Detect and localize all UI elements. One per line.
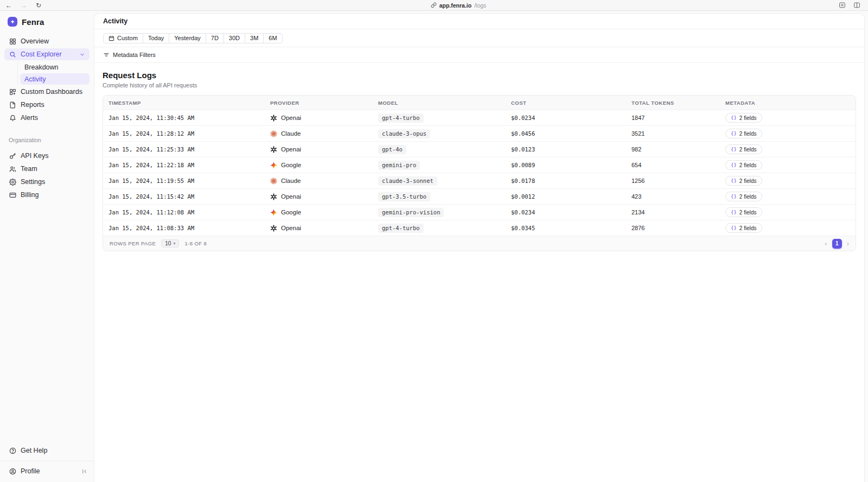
sidebar-item-activity[interactable]: Activity	[20, 73, 90, 85]
sidebar-item-cost-explorer[interactable]: Cost Explorer	[4, 48, 90, 60]
cell-model: gpt-4-turbo	[373, 224, 506, 233]
metadata-fields-button[interactable]: {} 2 fields	[725, 207, 762, 217]
sidebar-item-team[interactable]: Team	[4, 163, 90, 175]
braces-icon: {}	[731, 178, 737, 183]
bell-icon	[9, 115, 16, 122]
brand-name: Fenra	[22, 17, 44, 27]
cell-model: claude-3-sonnet	[373, 176, 506, 186]
range-button-30d[interactable]: 30D	[224, 33, 245, 43]
rows-per-page-select[interactable]: 10 ▾	[161, 239, 179, 248]
braces-icon: {}	[731, 162, 737, 168]
range-button-custom[interactable]: Custom	[103, 33, 143, 43]
sidebar-item-label: Team	[21, 165, 37, 173]
table-row[interactable]: Jan 15, 2024, 11:28:12 AM Claude claude-…	[103, 125, 856, 141]
metadata-fields-button[interactable]: {} 2 fields	[725, 223, 762, 233]
cell-timestamp: Jan 15, 2024, 11:15:42 AM	[103, 193, 265, 200]
chevron-down-icon	[79, 52, 85, 58]
sidebar-item-label: API Keys	[21, 152, 48, 160]
metadata-fields-button[interactable]: {} 2 fields	[725, 113, 762, 123]
next-page-button[interactable]: ›	[847, 240, 849, 247]
sidebar-item-alerts[interactable]: Alerts	[4, 112, 90, 124]
google-gemini-icon	[270, 209, 277, 216]
braces-icon: {}	[731, 194, 737, 199]
provider-icon-slot	[270, 193, 277, 200]
browser-reload-button[interactable]: ↻	[36, 2, 41, 9]
cell-provider: Claude	[265, 130, 373, 137]
provider-label: Openai	[281, 115, 301, 121]
range-button-today[interactable]: Today	[143, 33, 169, 43]
table-row[interactable]: Jan 15, 2024, 11:22:18 AM Google gemini-…	[103, 157, 856, 173]
cost-explorer-subnav: Breakdown Activity	[17, 61, 90, 85]
provider-label: Google	[281, 162, 301, 168]
claude-icon	[270, 177, 277, 185]
sidebar-item-overview[interactable]: Overview	[4, 35, 90, 47]
sidebar-item-api-keys[interactable]: API Keys	[4, 150, 90, 162]
cell-timestamp: Jan 15, 2024, 11:30:45 AM	[103, 115, 265, 121]
braces-icon: {}	[731, 131, 737, 136]
gear-icon	[9, 179, 16, 186]
cell-provider: Claude	[265, 177, 373, 185]
cell-cost: $0.0123	[506, 146, 626, 153]
provider-label: Claude	[281, 177, 301, 184]
cell-timestamp: Jan 15, 2024, 11:22:18 AM	[103, 162, 265, 168]
provider-label: Openai	[281, 225, 301, 231]
sidebar-item-settings[interactable]: Settings	[4, 176, 90, 188]
sidebar-item-custom-dashboards[interactable]: Custom Dashboards	[4, 86, 90, 98]
range-button-6m[interactable]: 6M	[263, 33, 282, 43]
cell-provider: Openai	[265, 146, 373, 153]
filter-icon	[103, 52, 110, 58]
range-button-7d[interactable]: 7D	[206, 33, 224, 43]
table-row[interactable]: Jan 15, 2024, 11:15:42 AM Openai gpt-3.5…	[103, 188, 856, 204]
metadata-fields-label: 2 fields	[739, 131, 757, 137]
braces-icon: {}	[731, 147, 737, 152]
cell-provider: Openai	[265, 193, 373, 200]
browser-forward-button[interactable]: →	[21, 2, 27, 9]
link-icon	[431, 2, 437, 8]
cell-model: gpt-3.5-turbo	[373, 192, 506, 201]
sidebar-item-breakdown[interactable]: Breakdown	[20, 61, 90, 73]
sidebar-item-label: Billing	[21, 191, 39, 199]
metadata-fields-button[interactable]: {} 2 fields	[725, 160, 762, 170]
sidebar-item-get-help[interactable]: Get Help	[4, 445, 90, 456]
credit-card-icon	[9, 192, 16, 199]
page-header: Activity	[94, 14, 864, 29]
table-row[interactable]: Jan 15, 2024, 11:12:08 AM Google gemini-…	[103, 204, 856, 220]
table-row[interactable]: Jan 15, 2024, 11:30:45 AM Openai gpt-4-t…	[103, 110, 856, 125]
sidebar-item-reports[interactable]: Reports	[4, 99, 90, 111]
range-button-3m[interactable]: 3M	[245, 33, 263, 43]
table-row[interactable]: Jan 15, 2024, 11:08:33 AM Openai gpt-4-t…	[103, 220, 856, 236]
brand[interactable]: ✦ Fenra	[0, 11, 94, 32]
calendar-icon	[108, 35, 114, 41]
cell-timestamp: Jan 15, 2024, 11:19:55 AM	[103, 177, 265, 184]
reader-view-icon[interactable]	[839, 2, 846, 9]
url-bar[interactable]: app.fenra.io/logs	[108, 2, 808, 9]
sidebar-item-profile[interactable]: Profile	[4, 465, 81, 477]
rows-per-page-label: Rows per page	[110, 240, 156, 246]
cell-metadata: {} 2 fields	[720, 113, 856, 123]
column-header-timestamp: Timestamp	[103, 100, 265, 106]
sidebar-item-label: Breakdown	[24, 64, 59, 71]
table-row[interactable]: Jan 15, 2024, 11:25:33 AM Openai gpt-4o …	[103, 141, 856, 157]
cell-timestamp: Jan 15, 2024, 11:25:33 AM	[103, 146, 265, 153]
cell-metadata: {} 2 fields	[720, 192, 856, 201]
cell-cost: $0.0234	[506, 209, 626, 215]
toggle-sidebar-icon[interactable]	[853, 2, 860, 9]
metadata-fields-button[interactable]: {} 2 fields	[725, 129, 762, 138]
fenra-logo-icon: ✦	[8, 17, 17, 27]
openai-icon	[270, 115, 277, 122]
range-button-yesterday[interactable]: Yesterday	[169, 33, 206, 43]
browser-back-button[interactable]: ←	[5, 2, 12, 9]
pagination-range-label: 1-8 of 8	[184, 240, 207, 246]
metadata-fields-button[interactable]: {} 2 fields	[725, 192, 762, 201]
metadata-filters-button[interactable]: Metadata Filters	[103, 52, 156, 58]
current-page-button[interactable]: 1	[832, 239, 842, 249]
table-row[interactable]: Jan 15, 2024, 11:19:55 AM Claude claude-…	[103, 173, 856, 188]
openai-icon	[270, 225, 277, 232]
collapse-sidebar-icon[interactable]	[81, 468, 88, 474]
provider-icon-slot	[270, 225, 277, 232]
sidebar-item-billing[interactable]: Billing	[4, 189, 90, 201]
prev-page-button[interactable]: ‹	[825, 240, 827, 247]
metadata-fields-button[interactable]: {} 2 fields	[725, 144, 762, 154]
metadata-fields-button[interactable]: {} 2 fields	[725, 176, 762, 186]
column-header-cost: Cost	[506, 100, 626, 106]
